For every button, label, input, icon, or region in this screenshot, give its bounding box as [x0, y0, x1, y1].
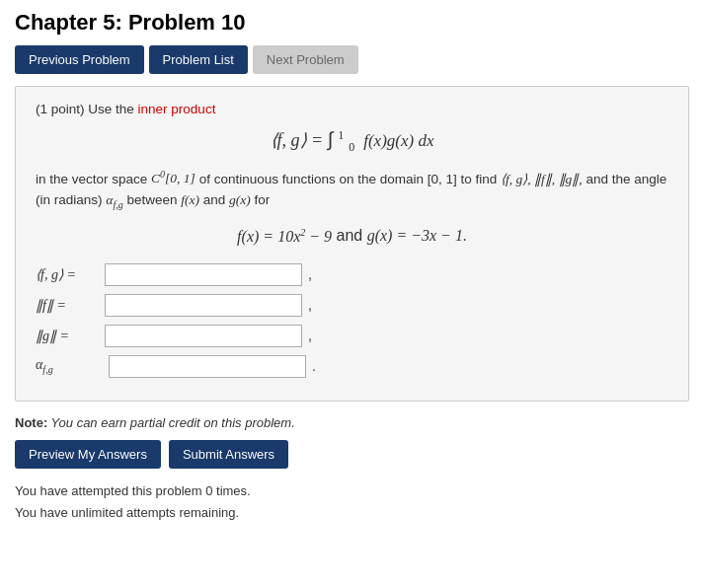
attempts-line2: You have unlimited attempts remaining.	[15, 502, 689, 524]
problem-description: in the vector space C0[0, 1] of continuo…	[36, 167, 668, 213]
preview-answers-button[interactable]: Preview My Answers	[15, 440, 161, 469]
note-label: Note:	[15, 415, 47, 430]
problem-list-button[interactable]: Problem List	[149, 45, 248, 74]
alpha-row: αf,g .	[36, 355, 668, 378]
points-label: (1 point)	[36, 102, 85, 116]
attempts-line1: You have attempted this problem 0 times.	[15, 480, 689, 502]
g-norm-input[interactable]	[105, 325, 302, 347]
previous-problem-button[interactable]: Previous Problem	[15, 45, 144, 74]
f-norm-row: ‖f‖ = ,	[36, 294, 668, 317]
nav-buttons: Previous Problem Problem List Next Probl…	[15, 45, 689, 74]
fg-inner-row: ⟨f, g⟩ = ,	[36, 263, 668, 286]
alpha-period: .	[312, 358, 316, 374]
g-norm-label: ‖g‖ =	[36, 328, 105, 344]
intro-text: Use the	[88, 102, 137, 116]
alpha-input[interactable]	[109, 355, 306, 378]
fg-comma: ,	[308, 266, 312, 282]
functions-formula: f(x) = 10x2 − 9 and g(x) = −3x − 1.	[36, 226, 668, 245]
note-content: You can earn partial credit on this prob…	[51, 415, 295, 430]
submit-answers-button[interactable]: Submit Answers	[169, 440, 288, 469]
attempts-section: You have attempted this problem 0 times.…	[15, 480, 689, 524]
f-norm-label: ‖f‖ =	[36, 297, 105, 314]
inner-product-formula: ⟨f, g⟩ = ∫ 1 0 f(x)g(x) dx	[36, 128, 668, 155]
inputs-section: ⟨f, g⟩ = , ‖f‖ = , ‖g‖ = , αf,g .	[36, 263, 668, 378]
page-title: Chapter 5: Problem 10	[15, 10, 689, 36]
fx-label: f(x)	[181, 192, 199, 207]
between-text: between	[126, 192, 181, 207]
gx-label: g(x)	[229, 192, 251, 207]
next-problem-button: Next Problem	[253, 45, 358, 74]
f-norm-input[interactable]	[105, 294, 302, 317]
problem-intro: (1 point) Use the inner product	[36, 102, 668, 116]
action-buttons: Preview My Answers Submit Answers	[15, 440, 689, 469]
fg-inner-input[interactable]	[105, 263, 302, 286]
alpha-label: αf,g	[106, 192, 122, 207]
and-text: and	[199, 192, 229, 207]
g-norm-row: ‖g‖ = ,	[36, 325, 668, 347]
domain-text: of continuous functions on the domain [0…	[199, 171, 501, 185]
note-section: Note: You can earn partial credit on thi…	[15, 415, 689, 430]
alpha-fg-label: αf,g	[36, 357, 105, 375]
inner-product-label: inner product	[138, 102, 216, 116]
vector-space-name: C0[0, 1]	[151, 171, 196, 185]
fg-inner-label: ⟨f, g⟩ =	[36, 266, 105, 283]
problem-box: (1 point) Use the inner product ⟨f, g⟩ =…	[15, 86, 689, 402]
vector-space-intro: in the vector space	[36, 171, 151, 185]
g-norm-comma: ,	[308, 328, 312, 343]
find-items: ⟨f, g⟩, ‖f‖, ‖g‖,	[501, 171, 583, 185]
f-norm-comma: ,	[308, 297, 312, 313]
for-text: for	[255, 192, 271, 207]
